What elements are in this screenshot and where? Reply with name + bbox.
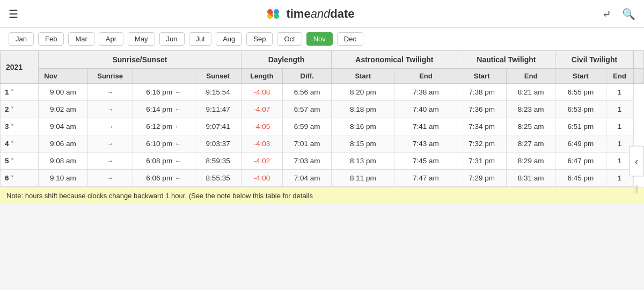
astro-end: 8:18 pm: [332, 101, 394, 118]
civil-start: 8:31 am: [506, 170, 555, 187]
sunrise-time: 9:02 am: [39, 101, 87, 118]
astro-start-header: Start: [332, 69, 394, 84]
civil-start: 8:29 am: [506, 153, 555, 170]
filter-jan[interactable]: Jan: [9, 32, 34, 46]
day-cell[interactable]: 4 ˅: [1, 135, 39, 153]
filter-bar: Jan Feb Mar Apr May Jun Jul Aug Sep Oct …: [0, 28, 644, 50]
naut-end: 7:36 pm: [457, 101, 506, 118]
astro-start: 6:56 am: [283, 84, 332, 101]
svg-point-3: [274, 13, 279, 19]
day-cell[interactable]: 2 ˅: [1, 101, 39, 118]
length-value: 9:15:54: [195, 84, 241, 101]
filter-nov[interactable]: Nov: [306, 32, 333, 46]
astro-end: 8:11 pm: [332, 170, 394, 187]
table-row: 3 ˅ 9:04 am → 6:12 pm ← 9:07:41 -4:05 6:…: [1, 118, 644, 135]
sunset-time: 6:14 pm ←: [133, 101, 195, 118]
day-cell[interactable]: 5 ˅: [1, 153, 39, 170]
sunrise-arrow: →: [87, 135, 133, 153]
astro-end-header: End: [394, 69, 457, 84]
day-cell[interactable]: 6 ˅: [1, 170, 39, 187]
naut-start-header: Start: [457, 69, 506, 84]
civil-end: 6:55 pm: [555, 84, 606, 101]
diff-header: Diff.: [283, 69, 332, 84]
sunrise-sunset-table: 2021 Sunrise/Sunset Daylength Astronomic…: [0, 50, 644, 187]
civil-end: 6:45 pm: [555, 170, 606, 187]
naut-end: 7:29 pm: [457, 170, 506, 187]
astro-start: 6:59 am: [283, 118, 332, 135]
blank-header: [133, 69, 195, 84]
length-value: 8:59:35: [195, 153, 241, 170]
table-row: 2 ˅ 9:02 am → 6:14 pm ← 9:11:47 -4:07 6:…: [1, 101, 644, 118]
sunrise-time: 9:00 am: [39, 84, 87, 101]
naut-start: 7:38 am: [394, 84, 457, 101]
astro-start: 7:01 am: [283, 135, 332, 153]
table-header-row-1: 2021 Sunrise/Sunset Daylength Astronomic…: [1, 51, 644, 69]
brand-text: timeanddate: [286, 7, 354, 21]
sunrise-time: 9:08 am: [39, 153, 87, 170]
extra-sub-header: [633, 69, 643, 84]
year-cell: 2021: [1, 51, 39, 84]
sunset-time: 6:08 pm ←: [133, 153, 195, 170]
sunrise-arrow: →: [87, 170, 133, 187]
filter-may[interactable]: May: [128, 32, 155, 46]
table-body: 1 ˅ 9:00 am → 6:16 pm ← 9:15:54 -4:08 6:…: [1, 84, 644, 187]
filter-feb[interactable]: Feb: [38, 32, 64, 46]
civil-end: 6:49 pm: [555, 135, 606, 153]
filter-jun[interactable]: Jun: [159, 32, 185, 46]
note-text: Note: hours shift because clocks change …: [6, 192, 313, 200]
nautical-twilight-header: Nautical Twilight: [457, 51, 555, 69]
table-row: 6 ˅ 9:10 am → 6:06 pm ← 8:55:35 -4:00 7:…: [1, 170, 644, 187]
share-icon[interactable]: ⤶: [602, 8, 611, 20]
sunset-time: 6:06 pm ←: [133, 170, 195, 187]
astro-end: 8:16 pm: [332, 118, 394, 135]
filter-oct[interactable]: Oct: [277, 32, 302, 46]
sunrise-time: 9:10 am: [39, 170, 87, 187]
civil-end: 6:47 pm: [555, 153, 606, 170]
filter-aug[interactable]: Aug: [216, 32, 242, 46]
naut-end: 7:31 pm: [457, 153, 506, 170]
sunrise-arrow: →: [87, 101, 133, 118]
naut-start: 7:43 am: [394, 135, 457, 153]
sunset-time: 6:10 pm ←: [133, 135, 195, 153]
sunset-header: Sunset: [195, 69, 241, 84]
diff-value: -4:00: [241, 170, 282, 187]
length-value: 9:11:47: [195, 101, 241, 118]
length-value: 8:55:35: [195, 170, 241, 187]
diff-value: -4:08: [241, 84, 282, 101]
filter-jul[interactable]: Jul: [189, 32, 212, 46]
hamburger-icon[interactable]: ☰: [9, 8, 18, 20]
civil-start: 8:25 am: [506, 118, 555, 135]
navbar-right: ⤶ 🔍: [602, 8, 635, 20]
extra-header: [633, 51, 643, 69]
navbar: ☰ timeanddate ⤶ 🔍: [0, 0, 644, 28]
naut-start: 7:47 am: [394, 170, 457, 187]
day-cell[interactable]: 3 ˅: [1, 118, 39, 135]
month-header: Nov: [39, 69, 87, 84]
day-cell[interactable]: 1 ˅: [1, 84, 39, 101]
naut-end: 7:38 pm: [457, 84, 506, 101]
search-icon[interactable]: 🔍: [622, 8, 635, 20]
naut-start: 7:45 am: [394, 153, 457, 170]
navbar-left: ☰: [9, 8, 18, 20]
astro-start: 7:03 am: [283, 153, 332, 170]
sunrise-time: 9:04 am: [39, 118, 87, 135]
naut-start: 7:40 am: [394, 101, 457, 118]
filter-sep[interactable]: Sep: [246, 32, 273, 46]
filter-apr[interactable]: Apr: [99, 32, 123, 46]
filter-dec[interactable]: Dec: [337, 32, 363, 46]
side-scroll-arrow[interactable]: ‹: [629, 146, 644, 177]
length-value: 9:07:41: [195, 118, 241, 135]
sunrise-arrow: →: [87, 84, 133, 101]
extra-value: 1: [606, 118, 633, 135]
table-container: 2021 Sunrise/Sunset Daylength Astronomic…: [0, 50, 644, 204]
note-bar: Note: hours shift because clocks change …: [0, 187, 644, 204]
table-row: 4 ˅ 9:06 am → 6:10 pm ← 9:03:37 -4:03 7:…: [1, 135, 644, 153]
extra-value: 1: [606, 101, 633, 118]
astro-end: 8:13 pm: [332, 153, 394, 170]
diff-value: -4:05: [241, 118, 282, 135]
filter-mar[interactable]: Mar: [68, 32, 94, 46]
sunrise-arrow: →: [87, 153, 133, 170]
naut-end: 7:34 pm: [457, 118, 506, 135]
daylength-header: Daylength: [241, 51, 332, 69]
astro-end: 8:20 pm: [332, 84, 394, 101]
